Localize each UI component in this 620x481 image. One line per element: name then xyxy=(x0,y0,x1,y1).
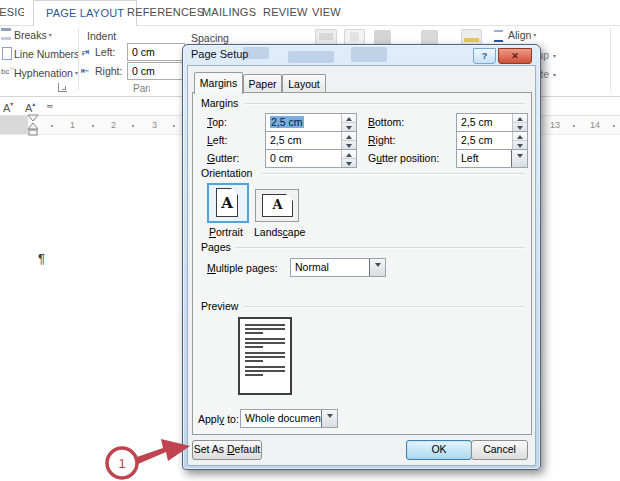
portrait-page-icon: A xyxy=(216,188,238,217)
annotation-number: 1 xyxy=(118,456,125,471)
bottom-label: Bottom: xyxy=(368,116,404,128)
dialog-tab-layout[interactable]: Layout xyxy=(282,74,326,93)
section-divider xyxy=(261,173,525,175)
preview-page-thumbnail xyxy=(238,317,292,395)
align-icon xyxy=(494,30,503,42)
selected-value: 2,5 cm xyxy=(270,116,304,128)
chevron-down-icon xyxy=(517,154,523,158)
spin-up-icon[interactable] xyxy=(342,150,356,159)
indent-left-label: Left: xyxy=(95,46,115,58)
preview-section-title: Preview xyxy=(201,300,242,312)
breaks-button[interactable]: Breaks▾ xyxy=(14,29,52,41)
dialog-content: Margins Paper Layout Margins Top: 2,5 cm… xyxy=(187,65,536,466)
spacing-title: Spacing xyxy=(191,32,229,44)
section-divider xyxy=(235,247,525,249)
margins-section-title: Margins xyxy=(201,97,242,109)
hyphenation-button[interactable]: Hyphenation▾ xyxy=(14,67,78,79)
ruler-number: 13 xyxy=(550,120,560,130)
margins-tab-page: Margins Top: 2,5 cm Bottom: 2,5 cm Left:… xyxy=(192,92,532,435)
align-button[interactable]: Align▾ xyxy=(508,29,536,41)
apply-to-dropdown[interactable]: Whole document xyxy=(240,409,338,428)
dialog-tab-margins[interactable]: Margins xyxy=(194,72,243,94)
chevron-down-icon: ▾ xyxy=(49,32,52,38)
paragraph-group-label: Paragraph xyxy=(133,83,150,94)
dialog-tab-paper[interactable]: Paper xyxy=(243,74,282,93)
gutter-field[interactable]: 0 cm xyxy=(265,149,357,168)
gutter-position-dropdown[interactable]: Left xyxy=(456,149,528,168)
indent-right-field[interactable]: 0 cm xyxy=(127,62,185,80)
chevron-down-icon: ▾ xyxy=(553,52,556,59)
portrait-option[interactable]: A xyxy=(207,183,249,223)
spinner xyxy=(341,150,356,167)
multiple-pages-dropdown[interactable]: Normal xyxy=(290,258,386,277)
set-as-default-button[interactable]: Set As Default xyxy=(192,440,262,460)
dropdown-button[interactable] xyxy=(369,259,385,276)
orientation-section-title: Orientation xyxy=(201,167,256,179)
section-divider xyxy=(245,103,525,105)
spin-down-icon[interactable] xyxy=(513,123,527,131)
text-tool-icon[interactable]: A▴ xyxy=(25,100,35,114)
indent-markers-icon[interactable] xyxy=(27,114,39,136)
aero-ghost xyxy=(351,47,387,62)
chevron-down-icon: ▾ xyxy=(553,71,556,78)
spin-down-icon[interactable] xyxy=(513,141,527,149)
chevron-down-icon xyxy=(327,414,333,418)
tab-review[interactable]: REVIEW xyxy=(263,0,308,25)
ruler-number: 1 xyxy=(70,120,75,130)
aero-ghost xyxy=(288,51,334,63)
group-divider xyxy=(78,28,79,90)
spin-up-icon[interactable] xyxy=(342,114,356,123)
pages-section-title: Pages xyxy=(201,241,235,253)
top-label: Top: xyxy=(207,116,227,128)
indent-right-icon: ⇤ xyxy=(81,65,89,76)
rotate-button-clipped[interactable]: Rotate xyxy=(540,68,549,80)
spinner xyxy=(341,114,356,131)
selection-pane-icon[interactable] xyxy=(461,29,482,45)
dropdown-button[interactable] xyxy=(321,410,337,427)
page-setup-dialog: Page Setup ? ✕ Margins Paper Layout Marg… xyxy=(182,44,541,470)
spin-down-icon[interactable] xyxy=(342,141,356,149)
spinner xyxy=(512,114,527,131)
tab-mailings[interactable]: MAILINGS xyxy=(202,0,256,25)
breaks-icon xyxy=(1,28,11,40)
spin-up-icon[interactable] xyxy=(513,132,527,141)
ruler-number: 3 xyxy=(152,120,157,130)
group-button-clipped[interactable]: Group xyxy=(540,49,549,61)
indent-left-icon: ⇥ xyxy=(81,46,89,57)
group-divider xyxy=(610,28,611,90)
ruler-number: 14 xyxy=(590,120,600,130)
tab-references[interactable]: REFERENCES xyxy=(127,0,204,25)
close-button[interactable]: ✕ xyxy=(498,48,532,64)
spin-down-icon[interactable] xyxy=(342,159,356,167)
top-margin-field[interactable]: 2,5 cm xyxy=(265,113,357,132)
spin-down-icon[interactable] xyxy=(342,123,356,131)
annotation-circle xyxy=(107,448,137,478)
send-backward-icon[interactable] xyxy=(421,30,438,45)
right-margin-field[interactable]: 2,5 cm xyxy=(456,131,528,150)
line-numbers-button[interactable]: Line Numbers▾ xyxy=(14,48,84,60)
ruler-margin-zone xyxy=(0,116,28,134)
text-tool-icon[interactable]: A▾ xyxy=(3,100,13,114)
ribbon-tab-row: DESIGN PAGE LAYOUT REFERENCES MAILINGS R… xyxy=(0,0,620,26)
help-button[interactable]: ? xyxy=(473,48,496,64)
portrait-label: Portrait xyxy=(209,226,243,238)
cancel-button[interactable]: Cancel xyxy=(471,440,528,460)
dropdown-button[interactable] xyxy=(511,150,527,167)
chevron-down-icon xyxy=(375,263,381,267)
spin-up-icon[interactable] xyxy=(513,114,527,123)
spinner xyxy=(341,132,356,149)
tab-page-layout[interactable]: PAGE LAYOUT xyxy=(33,0,137,27)
tab-view[interactable]: VIEW xyxy=(312,0,341,25)
bottom-margin-field[interactable]: 2,5 cm xyxy=(456,113,528,132)
landscape-option[interactable]: A xyxy=(255,189,299,222)
bring-forward-icon[interactable] xyxy=(374,30,391,45)
spinner xyxy=(512,132,527,149)
ok-button[interactable]: OK xyxy=(406,440,472,460)
page-setup-dialog-launcher-icon[interactable] xyxy=(58,83,67,92)
spin-up-icon[interactable] xyxy=(342,132,356,141)
alignment-tool-icon[interactable]: ≂ xyxy=(46,101,54,111)
left-margin-field[interactable]: 2,5 cm xyxy=(265,131,357,150)
dialog-title: Page Setup xyxy=(191,48,249,60)
tab-design[interactable]: DESIGN xyxy=(0,0,24,25)
indent-left-field[interactable]: 0 cm xyxy=(127,43,185,61)
